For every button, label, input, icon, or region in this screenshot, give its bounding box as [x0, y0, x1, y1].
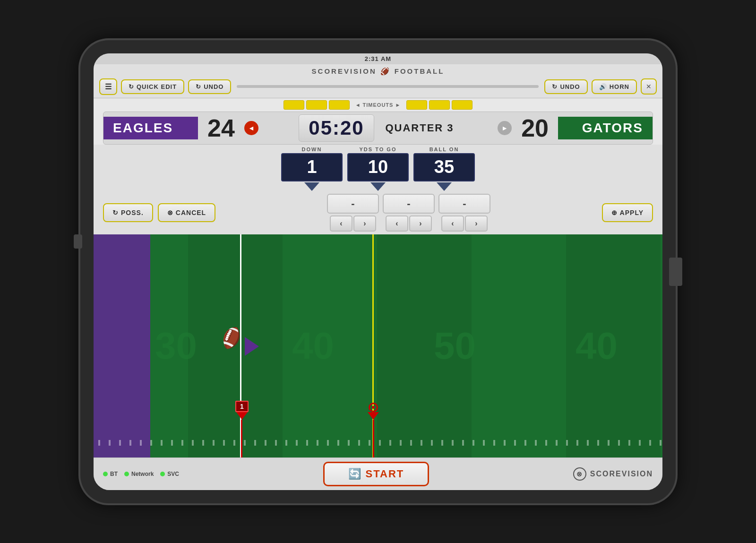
undo-left-button[interactable]: ↻ UNDO: [188, 79, 231, 94]
horn-label: HORN: [610, 83, 629, 90]
undo-right-label: UNDO: [560, 83, 580, 90]
undo-left-icon: ↻: [196, 83, 201, 90]
yds-triangle: [370, 182, 386, 191]
down-decrement-btn[interactable]: ‹: [330, 215, 352, 232]
undo-left-label: UNDO: [204, 83, 223, 90]
app-title: SCOREVISION 🏈 FOOTBALL: [99, 67, 657, 76]
down-increment-btn[interactable]: ›: [353, 215, 376, 232]
apply-label: APPLY: [620, 209, 644, 216]
field-area: 30 40 50 40: [94, 234, 662, 457]
undo-right-button[interactable]: ↻ UNDO: [544, 79, 587, 94]
score-row: EAGLES 24 ◄ 05:20 QUARTER 3 ► 20 GATORS: [103, 112, 653, 145]
close-button[interactable]: ✕: [641, 78, 657, 95]
timeouts-label: ◄ TIMEOUTS ►: [355, 102, 401, 108]
network-indicator: Network: [124, 471, 154, 477]
app-header: SCOREVISION 🏈 FOOTBALL ☰ ↻ QUICK EDIT ↻ …: [94, 64, 662, 98]
poss-button[interactable]: ↻ POSS.: [103, 203, 153, 222]
left-arrow-icon-down: ‹: [340, 219, 342, 228]
down-col: DOWN 1: [279, 147, 345, 191]
ball-increment-btn[interactable]: ›: [465, 215, 488, 232]
app-title-text: SCOREVISION: [312, 67, 377, 75]
brand-icon: ⊗: [573, 467, 586, 481]
bt-dot: [103, 472, 108, 476]
yds-col: YDS TO GO 10: [345, 147, 411, 191]
svc-dot: [160, 472, 165, 476]
score-right-value: 20: [512, 112, 558, 144]
down-adjuster-btns: ‹ ›: [330, 215, 376, 232]
device-screen: 2:31 AM SCOREVISION 🏈 FOOTBALL ☰ ↻ QUICK…: [94, 53, 662, 490]
yds-increment-btn[interactable]: ›: [409, 215, 432, 232]
adjuster-group: - ‹ › - ‹: [220, 194, 597, 232]
start-label: START: [366, 468, 404, 480]
los-circle: [369, 403, 378, 412]
brand-text: SCOREVISION: [590, 470, 653, 478]
timeout-box-1[interactable]: [284, 100, 304, 110]
game-stats-area: DOWN 1 YDS TO GO 10 BALL ON 35: [94, 145, 662, 191]
right-arrow-icon-down: ›: [363, 219, 366, 228]
horn-button[interactable]: 🔊 HORN: [592, 79, 637, 94]
down-label: DOWN: [302, 147, 322, 152]
field-number-40b: 40: [576, 324, 618, 368]
start-icon: 🔄: [348, 468, 362, 480]
start-button[interactable]: 🔄 START: [323, 462, 430, 486]
down-value[interactable]: 1: [281, 153, 343, 181]
score-increment-right[interactable]: ►: [498, 121, 512, 135]
refresh-icon-quick: ↻: [129, 83, 134, 90]
cancel-button[interactable]: ⊗ CANCEL: [158, 203, 215, 222]
app-subtitle-text: FOOTBALL: [395, 67, 445, 75]
menu-button[interactable]: ☰: [99, 78, 117, 95]
apply-plus-icon: ⊕: [611, 209, 618, 216]
cancel-icon: ⊗: [167, 209, 173, 216]
left-arrow-icon-ball: ‹: [451, 219, 454, 228]
svc-label: SVC: [167, 471, 179, 477]
score-decrement-left[interactable]: ◄: [244, 121, 258, 135]
yds-value[interactable]: 10: [347, 153, 409, 181]
timeout-box-4[interactable]: [406, 100, 427, 110]
yds-adjuster-btns: ‹ ›: [386, 215, 432, 232]
quick-edit-button[interactable]: ↻ QUICK EDIT: [121, 79, 184, 94]
field-number-50: 50: [434, 324, 476, 368]
ball-adjuster: - ‹ ›: [438, 194, 490, 232]
down-marker-arrowhead: [236, 412, 248, 420]
yds-adjuster: - ‹ ›: [383, 194, 435, 232]
timeout-box-3[interactable]: [329, 100, 350, 110]
toolbar-left: ☰ ↻ QUICK EDIT ↻ UNDO: [99, 78, 231, 95]
cancel-label: CANCEL: [176, 209, 206, 216]
clock-display[interactable]: 05:20: [299, 114, 374, 142]
field-number-30: 30: [155, 324, 197, 368]
ball-triangle: [437, 182, 452, 191]
down-adjuster-display: -: [327, 194, 379, 214]
los-dot: [372, 406, 375, 409]
undo-right-icon: ↻: [552, 83, 558, 90]
football-icon: 🏈: [380, 67, 391, 76]
brand-logo: ⊗ SCOREVISION: [573, 467, 653, 481]
timeouts-row: ◄ TIMEOUTS ►: [284, 100, 473, 110]
field-number-40: 40: [292, 324, 334, 368]
team-right-name: GATORS: [558, 117, 653, 139]
network-dot: [124, 472, 129, 476]
ball-value[interactable]: 35: [413, 153, 475, 181]
quarter-display: QUARTER 3: [382, 122, 457, 134]
toolbar-center: [235, 85, 541, 88]
apply-button[interactable]: ⊕ APPLY: [602, 203, 653, 222]
ball-decrement-btn[interactable]: ‹: [441, 215, 464, 232]
side-button-right: [669, 258, 682, 286]
close-icon: ✕: [646, 83, 652, 90]
controls-row: ↻ POSS. ⊗ CANCEL - ‹ ›: [94, 191, 662, 234]
yds-decrement-btn[interactable]: ‹: [386, 215, 408, 232]
undo-progress-bar: [237, 85, 539, 88]
right-arrow-icon-yds: ›: [419, 219, 421, 228]
down-marker-stem: [241, 420, 242, 457]
status-time: 2:31 AM: [365, 55, 391, 62]
timeout-box-2[interactable]: [306, 100, 327, 110]
status-bar: 2:31 AM: [94, 53, 662, 64]
ball-col: BALL ON 35: [411, 147, 477, 191]
possession-arrow: [245, 337, 259, 356]
score-left-value: 24: [198, 112, 244, 144]
stats-boxes: DOWN 1 YDS TO GO 10 BALL ON 35: [279, 147, 477, 191]
clock-row: 05:20 QUARTER 3: [299, 114, 457, 142]
svc-indicator: SVC: [160, 471, 179, 477]
ball-adjuster-display: -: [438, 194, 490, 214]
timeout-box-6[interactable]: [452, 100, 472, 110]
timeout-box-5[interactable]: [429, 100, 450, 110]
